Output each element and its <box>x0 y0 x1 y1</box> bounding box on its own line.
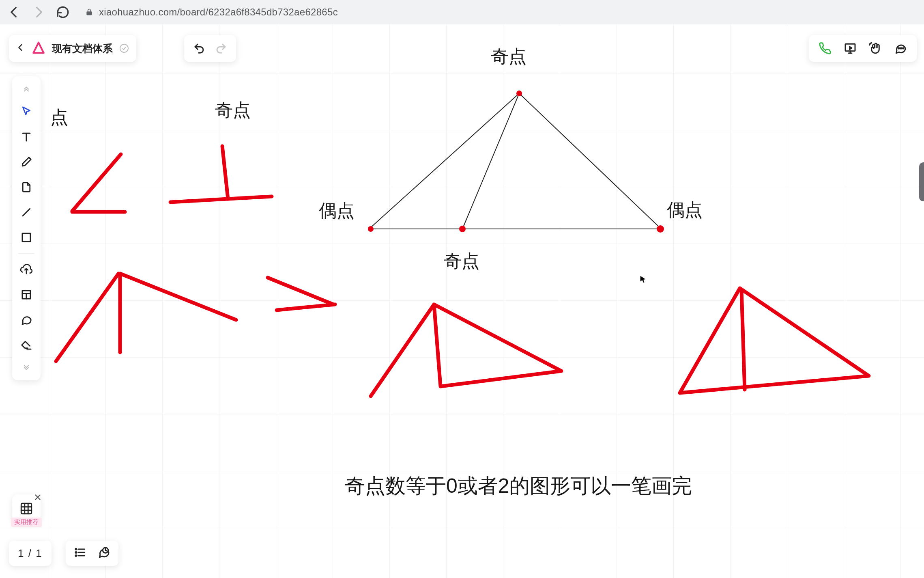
history-pill <box>184 35 236 62</box>
svg-point-6 <box>900 48 902 49</box>
frame-tool[interactable] <box>17 285 36 304</box>
browser-forward-button[interactable] <box>32 5 45 19</box>
canvas-label-left-trunc: 点 <box>50 106 68 129</box>
doc-title-pill: 现有文档体系 <box>9 35 136 62</box>
rect-tool[interactable] <box>17 228 36 247</box>
svg-point-29 <box>75 555 77 556</box>
line-tool[interactable] <box>17 203 36 222</box>
grid-widget-badge: 实用推荐 <box>11 518 42 527</box>
svg-line-10 <box>23 209 30 216</box>
file-tool[interactable] <box>17 178 36 196</box>
left-toolbar <box>12 76 41 380</box>
eraser-tool[interactable] <box>17 336 36 354</box>
page-indicator[interactable]: 1 / 1 <box>9 541 52 566</box>
undo-button[interactable] <box>193 42 205 54</box>
wave-button[interactable] <box>869 42 882 55</box>
whiteboard-app: 现有文档体系 <box>0 24 924 578</box>
page-indicator-label: 1 / 1 <box>18 547 43 560</box>
outline-button[interactable] <box>74 546 87 561</box>
toolbar-collapse-up-button[interactable] <box>17 84 36 96</box>
canvas-label-mid-odd: 奇点 <box>215 98 251 122</box>
lock-icon <box>85 8 93 16</box>
svg-rect-17 <box>21 503 32 514</box>
text-tool[interactable] <box>17 127 36 146</box>
svg-point-28 <box>75 552 77 553</box>
sync-status-icon <box>119 43 129 53</box>
canvas-label-tri-top: 奇点 <box>491 45 526 69</box>
bottom-aux-pill <box>66 541 118 566</box>
svg-marker-2 <box>850 47 852 50</box>
address-bar[interactable]: xiaohuazhuo.com/board/6232a6f8345db732ae… <box>80 3 917 21</box>
svg-point-0 <box>120 44 128 52</box>
canvas-note: 奇点数等于0或者2的图形可以一笔画完 <box>345 472 692 500</box>
pen-tool[interactable] <box>17 153 36 171</box>
browser-back-button[interactable] <box>7 5 21 19</box>
svg-point-5 <box>898 48 900 49</box>
svg-rect-11 <box>22 233 30 242</box>
redo-button[interactable] <box>215 42 227 54</box>
grid-widget-button[interactable]: 实用推荐 <box>12 494 41 523</box>
right-drawer-handle[interactable] <box>919 162 924 201</box>
canvas-cursor-icon <box>639 275 648 284</box>
address-text: xiaohuazhuo.com/board/6232a6f8345db732ae… <box>99 6 338 18</box>
back-to-docs-button[interactable] <box>16 43 25 54</box>
close-icon[interactable] <box>33 493 42 502</box>
canvas-label-tri-bottom: 奇点 <box>444 249 479 273</box>
browser-reload-button[interactable] <box>56 5 70 19</box>
svg-point-27 <box>75 549 77 550</box>
comment-tool[interactable] <box>17 311 36 329</box>
toolbar-expand-down-button[interactable] <box>17 361 36 372</box>
select-tool[interactable] <box>17 102 36 121</box>
canvas-label-tri-right: 偶点 <box>667 198 703 222</box>
browser-bar: xiaohuazhuo.com/board/6232a6f8345db732ae… <box>0 0 924 24</box>
feedback-button[interactable] <box>97 546 110 561</box>
toolbar-separator <box>18 253 34 254</box>
top-actions-pill <box>809 35 917 62</box>
canvas-label-tri-left: 偶点 <box>319 199 355 223</box>
svg-point-7 <box>903 48 904 49</box>
chat-button[interactable] <box>894 42 907 55</box>
upload-tool[interactable] <box>17 260 36 279</box>
present-button[interactable] <box>844 42 857 55</box>
doc-title[interactable]: 现有文档体系 <box>52 42 113 55</box>
app-logo-icon <box>32 41 45 55</box>
call-button[interactable] <box>819 42 832 55</box>
